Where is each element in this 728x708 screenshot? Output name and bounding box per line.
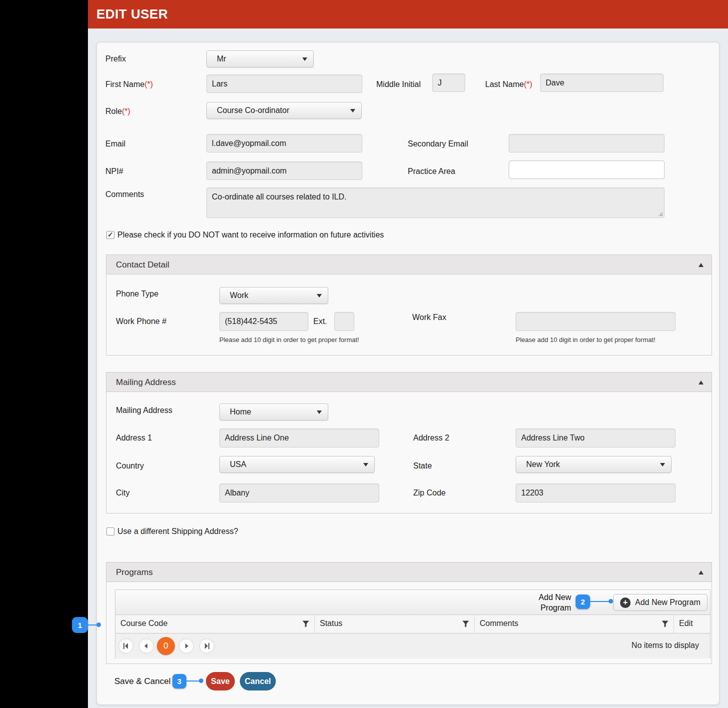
address2-input[interactable] bbox=[516, 428, 676, 448]
add-new-program-annotation: Add New Program bbox=[539, 592, 571, 613]
zip-code-input[interactable] bbox=[516, 484, 676, 502]
column-header-course-code[interactable]: Course Code bbox=[115, 615, 315, 633]
chevron-down-icon bbox=[363, 463, 368, 466]
work-phone-input[interactable] bbox=[219, 312, 308, 331]
programs-panel: Programs Add New Program + Add New Progr… bbox=[106, 562, 712, 664]
address2-label: Address 2 bbox=[413, 433, 449, 443]
country-label: Country bbox=[116, 461, 144, 471]
optout-checkbox[interactable] bbox=[106, 231, 114, 239]
callout-3-dot bbox=[199, 678, 203, 683]
page-title: EDIT USER bbox=[96, 6, 168, 22]
state-dropdown[interactable]: New York bbox=[516, 456, 672, 473]
npi-label: NPI# bbox=[105, 166, 123, 176]
comments-textarea[interactable]: Co-ordinate all courses related to ILD. bbox=[206, 188, 665, 218]
filter-icon[interactable] bbox=[302, 620, 309, 628]
left-black-panel bbox=[0, 0, 88, 708]
page-header: EDIT USER bbox=[88, 0, 728, 28]
required-mark: (*) bbox=[122, 107, 130, 116]
pager-current-page[interactable]: 0 bbox=[157, 637, 175, 655]
shipping-checkbox[interactable] bbox=[106, 528, 114, 536]
mailing-address-panel: Mailing Address Mailing Address Home Add… bbox=[106, 372, 712, 514]
collapse-arrow-icon[interactable] bbox=[699, 263, 704, 267]
secondary-email-input[interactable] bbox=[509, 134, 665, 152]
country-dropdown-value: USA bbox=[230, 460, 246, 469]
callout-2-line bbox=[590, 601, 609, 602]
state-dropdown-value: New York bbox=[526, 460, 560, 469]
mailing-type-dropdown-value: Home bbox=[230, 408, 251, 416]
role-label: Role(*) bbox=[105, 106, 130, 116]
work-fax-input[interactable] bbox=[516, 312, 676, 331]
state-label: State bbox=[413, 461, 432, 471]
filter-icon[interactable] bbox=[662, 620, 669, 628]
mailing-address-title: Mailing Address bbox=[116, 378, 176, 388]
first-name-input[interactable] bbox=[206, 74, 362, 93]
collapse-arrow-icon[interactable] bbox=[699, 570, 704, 574]
programs-grid-header-row: Course Code Status Comments Edit bbox=[115, 615, 710, 634]
secondary-email-label: Secondary Email bbox=[408, 139, 468, 149]
column-header-comments[interactable]: Comments bbox=[475, 615, 674, 633]
prefix-dropdown-value: Mr bbox=[217, 54, 226, 64]
page: EDIT USER Prefix Mr First Name(*) Middle… bbox=[0, 0, 728, 708]
pager-prev-button[interactable] bbox=[139, 638, 154, 654]
address1-label: Address 1 bbox=[116, 433, 152, 443]
pager-last-icon bbox=[203, 642, 211, 650]
column-header-edit: Edit bbox=[674, 615, 711, 633]
pager-prev-icon bbox=[142, 642, 150, 650]
middle-initial-input[interactable] bbox=[432, 74, 465, 92]
contact-detail-header: Contact Detail bbox=[106, 255, 712, 274]
collapse-arrow-icon[interactable] bbox=[699, 380, 704, 384]
role-dropdown[interactable]: Course Co-ordinator bbox=[206, 102, 362, 119]
filter-icon[interactable] bbox=[462, 620, 469, 628]
no-items-message: No items to display bbox=[632, 641, 699, 650]
phone-type-label: Phone Type bbox=[116, 289, 158, 299]
npi-input[interactable] bbox=[206, 162, 362, 180]
column-header-status[interactable]: Status bbox=[315, 615, 475, 633]
address1-input[interactable] bbox=[219, 428, 379, 448]
chevron-down-icon bbox=[660, 463, 665, 466]
pager-last-button[interactable] bbox=[199, 638, 214, 654]
work-fax-label: Work Fax bbox=[412, 312, 446, 322]
prefix-dropdown[interactable]: Mr bbox=[206, 50, 314, 68]
add-new-program-button[interactable]: + Add New Program bbox=[613, 594, 708, 611]
contact-detail-panel: Contact Detail Phone Type Work Work Phon… bbox=[106, 254, 712, 356]
country-dropdown[interactable]: USA bbox=[219, 456, 375, 473]
pager-first-button[interactable] bbox=[118, 638, 133, 654]
pager-first-icon bbox=[122, 642, 130, 650]
ext-input[interactable] bbox=[334, 312, 354, 331]
work-phone-label: Work Phone # bbox=[116, 316, 166, 326]
save-cancel-label: Save & Cancel bbox=[114, 676, 170, 686]
callout-3-line bbox=[186, 680, 199, 682]
prefix-label: Prefix bbox=[105, 54, 126, 64]
ext-label: Ext. bbox=[313, 316, 327, 326]
email-input[interactable] bbox=[206, 134, 362, 152]
shipping-checkbox-label: Use a different Shipping Address? bbox=[117, 526, 238, 536]
city-input[interactable] bbox=[219, 484, 379, 502]
last-name-input[interactable] bbox=[540, 74, 664, 92]
cancel-button[interactable]: Cancel bbox=[240, 672, 276, 690]
contact-detail-title: Contact Detail bbox=[116, 260, 169, 270]
zip-code-label: Zip Code bbox=[413, 488, 446, 498]
required-mark: (*) bbox=[524, 80, 532, 88]
mailing-type-label: Mailing Address bbox=[116, 406, 172, 416]
email-label: Email bbox=[105, 139, 125, 149]
save-button[interactable]: Save bbox=[206, 672, 235, 690]
callout-1-badge: 1 bbox=[72, 617, 88, 633]
callout-2-badge: 2 bbox=[576, 594, 590, 609]
first-name-label: First Name(*) bbox=[105, 80, 153, 90]
callout-2-dot bbox=[609, 599, 613, 604]
pager-next-icon bbox=[182, 642, 190, 650]
mailing-type-dropdown[interactable]: Home bbox=[219, 404, 328, 420]
edit-user-form-card: Prefix Mr First Name(*) Middle Initial L… bbox=[96, 42, 720, 705]
callout-1-dot bbox=[96, 622, 101, 627]
practice-area-input[interactable] bbox=[509, 160, 665, 179]
phone-type-dropdown[interactable]: Work bbox=[219, 287, 328, 304]
add-new-program-button-label: Add New Program bbox=[635, 598, 701, 607]
programs-title: Programs bbox=[116, 568, 153, 578]
pager-next-button[interactable] bbox=[179, 638, 194, 654]
optout-checkbox-label: Please check if you DO NOT want to recei… bbox=[117, 230, 384, 240]
phone-type-dropdown-value: Work bbox=[230, 291, 248, 300]
plus-icon: + bbox=[620, 598, 631, 608]
role-dropdown-value: Course Co-ordinator bbox=[217, 106, 289, 115]
chevron-down-icon bbox=[302, 58, 307, 61]
chevron-down-icon bbox=[350, 109, 355, 112]
